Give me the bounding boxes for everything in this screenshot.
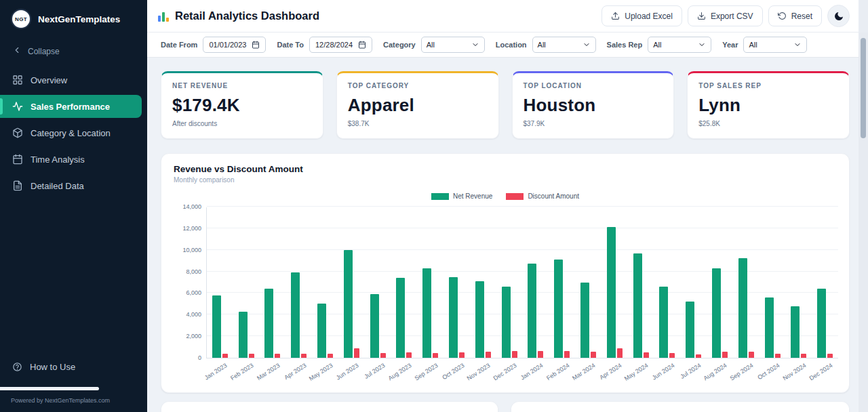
x-axis-label: May 2023 (307, 362, 334, 382)
y-axis-label: 12,000 (182, 225, 201, 232)
help-label: How to Use (30, 362, 75, 372)
x-axis-label: Mar 2024 (572, 362, 597, 382)
date-from-input[interactable]: 01/01/2023 (203, 37, 266, 53)
date-to-input[interactable]: 12/28/2024 (309, 37, 372, 53)
sales-rep-label: Sales Rep (607, 41, 643, 49)
sidebar-item-category-location[interactable]: Category & Location (0, 121, 147, 144)
brand-name: NextGenTemplates (38, 14, 120, 24)
kpi-value: Apparel (348, 95, 488, 116)
legend-swatch (506, 193, 524, 200)
bar-group (601, 207, 628, 358)
gridline (207, 206, 838, 207)
calendar-icon (12, 154, 23, 165)
calendar-icon (252, 41, 260, 49)
net-revenue-bar (580, 283, 589, 358)
discount-amount-bar (564, 351, 570, 358)
kpi-sub: $37.9K (524, 120, 663, 127)
reset-button[interactable]: Reset (768, 5, 822, 26)
net-revenue-bar (791, 306, 800, 358)
x-axis-label: May 2024 (623, 362, 650, 382)
net-revenue-bar (475, 281, 484, 358)
bar-group (338, 207, 365, 358)
kpi-row: NET REVENUE$179.4KAfter discountsTOP CAT… (161, 71, 850, 139)
bar-group (233, 207, 260, 358)
bar-group (285, 207, 312, 358)
kpi-sub: After discounts (172, 120, 312, 127)
chevron-down-icon (471, 41, 479, 49)
net-revenue-bar (449, 277, 458, 358)
legend-swatch (431, 193, 449, 200)
sidebar-item-detailed-data[interactable]: Detailed Data (0, 174, 147, 197)
date-from-value: 01/01/2023 (209, 41, 246, 49)
y-axis-label: 2,000 (186, 333, 201, 339)
sidebar-item-sales-performance[interactable]: Sales Performance (0, 95, 142, 118)
bar-chart-icon (158, 11, 169, 22)
partial-card-right (511, 401, 850, 412)
header: Retail Analytics Dashboard Upload ExcelE… (147, 0, 859, 33)
select-value: All (427, 41, 435, 49)
chart-title: Revenue vs Discount Amount (174, 164, 837, 174)
kpi-value: Lynn (698, 95, 838, 116)
sidebar-collapse-button[interactable]: Collapse (0, 38, 147, 64)
net-revenue-bar (554, 260, 563, 358)
vertical-scrollbar-track[interactable] (859, 33, 868, 412)
sidebar-footer-text: Powered by NextGenTemplates.com (0, 397, 147, 412)
filter-bar: Date From 01/01/2023 Date To 12/28/2024 … (147, 33, 859, 58)
brand: NGT NextGenTemplates (0, 0, 147, 38)
net-revenue-bar (502, 287, 511, 358)
net-revenue-bar (738, 258, 747, 358)
discount-amount-bar (538, 351, 543, 358)
discount-amount-bar (512, 351, 517, 358)
bar-group (628, 207, 654, 358)
net-revenue-bar (607, 227, 616, 358)
moon-icon (833, 11, 844, 22)
chevron-down-icon (583, 41, 591, 49)
category-select[interactable]: All (421, 37, 485, 53)
bar-group (549, 207, 575, 358)
kpi-value: Houston (524, 95, 663, 116)
legend-item-net-revenue[interactable]: Net Revenue (431, 192, 492, 200)
net-revenue-bar (817, 289, 826, 358)
chevron-left-icon (12, 45, 22, 57)
discount-amount-bar (459, 352, 465, 358)
filter-selects: CategoryAllLocationAllSales RepAllYearAl… (383, 37, 818, 53)
sidebar-item-overview[interactable]: Overview (0, 68, 147, 91)
discount-amount-bar (380, 353, 386, 358)
x-axis-label: Dec 2024 (808, 362, 833, 382)
sidebar-bottom: How to Use Powered by NextGenTemplates.c… (0, 355, 147, 412)
net-revenue-bar (422, 268, 431, 358)
x-axis-label: Feb 2024 (545, 362, 570, 382)
download-icon (697, 12, 706, 20)
legend-label: Discount Amount (528, 192, 579, 200)
net-revenue-bar (396, 278, 405, 358)
discount-amount-bar (669, 353, 675, 358)
year-select[interactable]: All (743, 37, 807, 53)
kpi-sub: $38.7K (348, 120, 488, 127)
x-axis-label: Apr 2024 (599, 362, 623, 381)
sidebar: NGT NextGenTemplates Collapse OverviewSa… (0, 0, 147, 412)
theme-toggle-button[interactable] (827, 5, 850, 27)
export-csv-button[interactable]: Export CSV (688, 5, 763, 26)
bar-group (733, 207, 760, 358)
sidebar-item-label: Sales Performance (31, 102, 110, 112)
bar-group (496, 207, 523, 358)
x-axis-label: Sep 2023 (413, 362, 439, 382)
kpi-card-net-revenue: NET REVENUE$179.4KAfter discounts (161, 71, 323, 139)
discount-amount-bar (275, 354, 280, 358)
select-value: All (538, 41, 546, 49)
upload-excel-button[interactable]: Upload Excel (601, 5, 682, 26)
sidebar-item-time-analysis[interactable]: Time Analysis (0, 148, 147, 171)
discount-amount-bar (617, 348, 623, 358)
sales-rep-select[interactable]: All (648, 37, 711, 53)
vertical-scrollbar-thumb[interactable] (861, 38, 866, 138)
discount-amount-bar (644, 352, 649, 358)
sidebar-item-how-to-use[interactable]: How to Use (0, 355, 147, 379)
select-value: All (749, 41, 757, 49)
bar-group (812, 207, 838, 358)
date-to-value: 12/28/2024 (315, 41, 353, 49)
legend-item-discount-amount[interactable]: Discount Amount (506, 192, 579, 200)
page-title-text: Retail Analytics Dashboard (175, 9, 319, 22)
sidebar-hscrollbar-thumb[interactable] (0, 387, 99, 390)
location-select[interactable]: All (532, 37, 596, 53)
x-axis-label: Mar 2023 (256, 362, 281, 382)
